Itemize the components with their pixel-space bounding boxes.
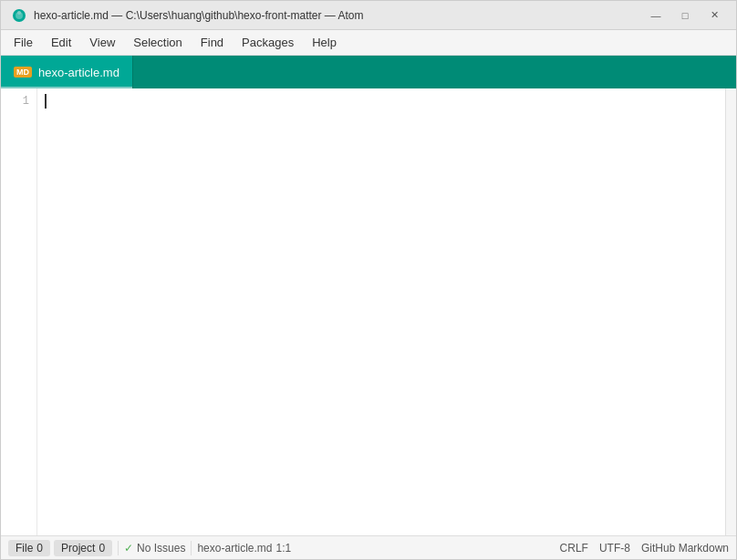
tab-filetype-icon: MD (14, 67, 32, 78)
status-filename: hexo-article.md (197, 542, 272, 555)
menubar: File Edit View Selection Find Packages H… (1, 30, 736, 56)
status-position[interactable]: 1:1 (275, 542, 291, 555)
titlebar: hexo-article.md — C:\Users\huang\github\… (1, 1, 736, 30)
tab-filename: hexo-article.md (38, 66, 119, 79)
line-gutter: 1 (1, 88, 37, 535)
app-icon (12, 8, 26, 23)
scrollbar-track[interactable] (725, 88, 736, 535)
window-title: hexo-article.md — C:\Users\huang\github\… (34, 9, 645, 22)
status-right: CRLF UTF-8 GitHub Markdown (560, 542, 729, 555)
minimize-button[interactable]: — (645, 7, 667, 24)
line-ending-indicator[interactable]: CRLF (560, 542, 588, 555)
line-number-1: 1 (1, 92, 29, 110)
editor-container: 1 (1, 88, 736, 535)
encoding-indicator[interactable]: UTF-8 (599, 542, 630, 555)
project-label: Project (61, 542, 95, 555)
text-cursor (45, 94, 47, 109)
project-count: 0 (99, 542, 105, 555)
menu-packages[interactable]: Packages (233, 32, 303, 53)
status-separator-1 (118, 541, 119, 555)
statusbar: File 0 Project 0 ✓ No Issues hexo-articl… (1, 535, 736, 559)
file-count: 0 (36, 542, 43, 555)
close-button[interactable]: ✕ (703, 7, 725, 24)
menu-help[interactable]: Help (303, 32, 346, 53)
window-controls: — □ ✕ (645, 7, 725, 24)
project-count-button[interactable]: Project 0 (54, 540, 112, 556)
status-separator-2 (191, 541, 192, 555)
editor-tab[interactable]: MD hexo-article.md (1, 56, 133, 88)
menu-find[interactable]: Find (192, 32, 233, 53)
menu-selection[interactable]: Selection (124, 32, 191, 53)
tabbar: MD hexo-article.md (1, 56, 736, 88)
grammar-indicator[interactable]: GitHub Markdown (641, 542, 729, 555)
tab-active-indicator (1, 87, 132, 88)
cursor-line (45, 92, 718, 110)
menu-edit[interactable]: Edit (42, 32, 80, 53)
editor-content[interactable] (37, 88, 725, 535)
menu-view[interactable]: View (80, 32, 124, 53)
file-label: File (16, 542, 33, 555)
svg-point-2 (17, 11, 21, 15)
issues-label: No Issues (137, 542, 185, 555)
menu-file[interactable]: File (5, 32, 42, 53)
maximize-button[interactable]: □ (674, 7, 696, 24)
issues-check-icon: ✓ (124, 542, 133, 555)
file-count-button[interactable]: File 0 (8, 540, 50, 556)
